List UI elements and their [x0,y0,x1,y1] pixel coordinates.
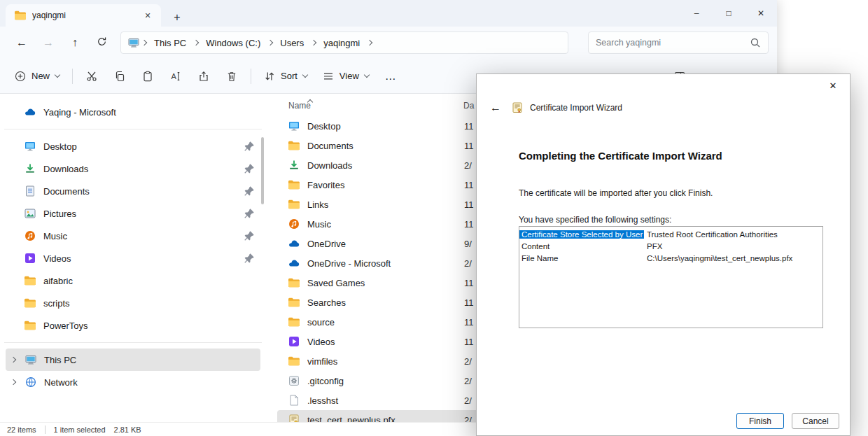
delete-button[interactable] [218,64,246,88]
column-header-date[interactable]: Da [463,101,474,111]
settings-key[interactable]: Content [519,242,644,251]
certificate-import-wizard-dialog: ✕ ← Certificate Import Wizard Completing… [476,73,850,436]
chevron-right-icon [267,40,273,45]
cancel-button[interactable]: Cancel [792,413,839,429]
sidebar-item-scripts[interactable]: scripts [6,292,260,314]
sidebar-item-label: Desktop [43,141,77,152]
sidebar-item-music[interactable]: Music [6,225,260,247]
file-date-modified: 11 [464,219,474,230]
sidebar-item-documents[interactable]: Documents [6,180,260,202]
sidebar-item-videos[interactable]: Videos [6,247,260,269]
settings-key[interactable]: Certificate Store Selected by User [519,230,644,239]
maximize-icon: □ [726,8,731,18]
sidebar-item-pictures[interactable]: Pictures [6,202,260,225]
sort-button[interactable]: Sort [256,64,315,88]
back-button[interactable]: ← [8,31,35,54]
music-icon [24,230,36,241]
sort-button-label: Sort [281,71,298,81]
sidebar-item-powertoys[interactable]: PowerToys [6,314,260,337]
close-icon: ✕ [757,8,764,18]
file-name: Favorites [307,180,464,190]
breadcrumb-item-this-pc[interactable]: This PC [149,36,191,50]
tab-yaqingmi[interactable]: yaqingmi ✕ [6,4,161,27]
file-date-modified: 11 [464,121,474,132]
settings-key[interactable]: File Name [519,254,644,262]
tab-close-button[interactable]: ✕ [140,8,155,23]
close-icon: ✕ [830,80,837,91]
new-tab-button[interactable]: + [167,8,188,27]
forward-icon: → [43,36,54,48]
download-icon [24,163,36,174]
pin-icon [244,185,255,197]
sidebar-item-aifabric[interactable]: aifabric [6,269,260,292]
close-button[interactable]: ✕ [745,0,777,27]
file-date-modified: 2/ [464,258,472,269]
search-input[interactable] [596,38,746,48]
maximize-button[interactable]: □ [713,0,745,27]
share-button[interactable] [190,64,218,88]
share-icon [198,71,209,82]
file-name: Saved Games [307,278,464,288]
rename-icon: A [170,71,181,82]
sidebar-item-label: aifabric [43,276,73,286]
sidebar-item-desktop[interactable]: Desktop [6,135,260,157]
chevron-right-icon[interactable] [10,379,16,385]
paste-button[interactable] [134,64,162,88]
breadcrumb-item-yaqingmi[interactable]: yaqingmi [318,36,365,50]
sidebar-item-yaqing-microsoft[interactable]: Yaqing - Microsoft [6,101,260,123]
copy-button[interactable] [106,64,134,88]
divider [251,69,251,84]
up-button[interactable]: ↑ [62,31,88,54]
file-date-modified: 2/ [464,415,472,423]
finish-button[interactable]: Finish [736,413,784,429]
file-name: Searches [307,297,464,308]
file-date-modified: 11 [464,337,474,347]
chevron-right-icon[interactable] [10,357,16,363]
dialog-close-button[interactable]: ✕ [817,75,849,96]
folder-icon [24,275,36,286]
more-icon: … [385,70,396,83]
back-icon: ← [16,36,27,48]
forward-button[interactable]: → [35,31,62,54]
breadcrumb-item-users[interactable]: Users [275,36,309,50]
view-button[interactable]: View [315,64,377,88]
wizard-heading: Completing the Certificate Import Wizard [519,150,722,162]
minimize-button[interactable]: – [680,0,713,27]
sidebar-scrollbar[interactable] [261,137,264,204]
pin-icon [244,253,255,264]
cloud-icon [288,238,300,249]
videos-icon [288,336,300,347]
view-button-label: View [340,71,359,81]
new-button[interactable]: New [7,64,67,88]
wizard-title: Certificate Import Wizard [530,103,622,113]
sidebar-item-downloads[interactable]: Downloads [6,157,260,180]
pin-icon [244,230,255,241]
cut-button[interactable] [78,64,106,88]
dialog-back-button[interactable]: ← [486,99,505,116]
folder-icon [288,199,300,210]
file-name: Documents [307,141,464,151]
file-date-modified: 11 [464,278,474,288]
certificate-icon [512,102,523,113]
sidebar-item-label: scripts [43,298,70,309]
refresh-button[interactable] [88,31,115,54]
sidebar-item-label: PowerToys [43,321,88,331]
divider [4,342,262,343]
chevron-right-icon [193,40,199,45]
file-date-modified: 2/ [464,160,472,171]
folder-icon [288,140,300,151]
folder-icon [288,297,300,308]
sort-icon [264,71,275,82]
column-header-name[interactable]: Name [288,101,463,111]
file-name: Desktop [307,121,464,132]
sidebar-item-this-pc[interactable]: This PC [6,349,260,371]
sidebar-item-network[interactable]: Network [6,371,260,393]
rename-button[interactable]: A [162,64,190,88]
settings-table[interactable]: Certificate Store Selected by UserTruste… [519,226,823,328]
document-icon [24,185,36,197]
breadcrumb-item-windows-c[interactable]: Windows (C:) [201,36,265,50]
chevron-right-icon [367,40,372,45]
file-name: Music [307,219,464,230]
more-options-button[interactable]: … [377,64,405,88]
file-date-modified: 11 [464,297,474,308]
